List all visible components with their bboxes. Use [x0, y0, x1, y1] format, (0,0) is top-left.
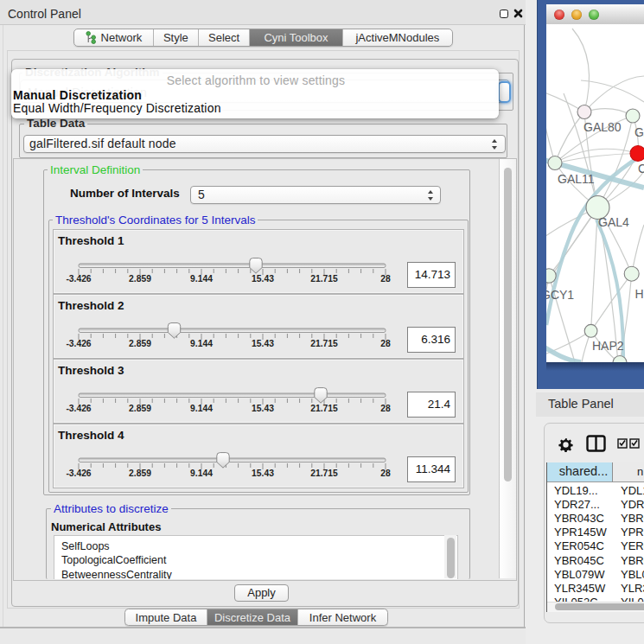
svg-text:GA: GA: [634, 125, 644, 139]
svg-text:2.859: 2.859: [129, 404, 151, 413]
svg-text:GAL4: GAL4: [598, 215, 629, 229]
svg-text:21.715: 21.715: [310, 469, 338, 478]
svg-text:HI: HI: [635, 287, 644, 301]
svg-text:21.715: 21.715: [310, 404, 338, 413]
svg-text:28: 28: [380, 469, 391, 478]
svg-text:28: 28: [380, 339, 391, 348]
svg-text:CY: CY: [638, 162, 644, 175]
svg-text:15.43: 15.43: [252, 274, 274, 284]
svg-text:2.859: 2.859: [129, 274, 151, 284]
svg-text:28: 28: [380, 274, 391, 284]
svg-text:21.715: 21.715: [310, 339, 338, 348]
svg-text:HAP2: HAP2: [592, 339, 624, 353]
svg-text:15.43: 15.43: [252, 469, 274, 478]
svg-text:9.144: 9.144: [190, 469, 213, 478]
svg-text:9.144: 9.144: [190, 404, 213, 413]
svg-text:GAL11: GAL11: [558, 172, 595, 186]
svg-text:15.43: 15.43: [252, 339, 274, 348]
svg-text:2.859: 2.859: [129, 339, 151, 348]
svg-text:2.859: 2.859: [129, 469, 151, 478]
svg-text:9.144: 9.144: [190, 339, 213, 348]
svg-text:-3.426: -3.426: [66, 274, 91, 284]
svg-text:GCY1: GCY1: [546, 288, 574, 302]
svg-text:21.715: 21.715: [310, 274, 338, 284]
svg-text:28: 28: [380, 404, 391, 413]
svg-text:GAL80: GAL80: [583, 120, 622, 134]
svg-text:-3.426: -3.426: [66, 339, 91, 348]
svg-text:-3.426: -3.426: [66, 469, 91, 478]
svg-text:15.43: 15.43: [252, 404, 274, 413]
svg-text:-3.426: -3.426: [66, 404, 91, 413]
svg-text:9.144: 9.144: [190, 274, 213, 284]
